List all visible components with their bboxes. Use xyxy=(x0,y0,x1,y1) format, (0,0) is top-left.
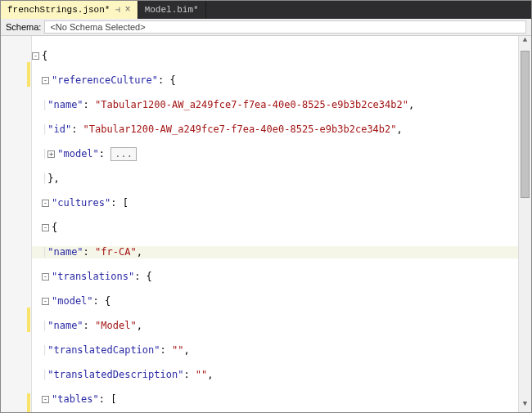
json-key: "tables" xyxy=(52,393,99,406)
schema-selector[interactable]: <No Schema Selected> xyxy=(44,20,526,34)
json-key: "name" xyxy=(47,246,83,258)
fold-icon[interactable]: - xyxy=(42,224,49,231)
schema-label: Schema: xyxy=(6,22,41,32)
json-string: "Model" xyxy=(95,320,137,332)
tab-bar: frenchStrings.json* ⊣ × Model.bim* xyxy=(1,1,531,19)
json-key: "translatedCaption" xyxy=(47,344,160,357)
pin-icon[interactable]: ⊣ xyxy=(115,5,119,15)
scroll-up-icon[interactable]: ▲ xyxy=(519,36,531,49)
json-key: "model" xyxy=(52,295,93,308)
schema-bar: Schema: <No Schema Selected> xyxy=(1,19,531,36)
collapsed-region[interactable]: ... xyxy=(110,147,137,161)
editor-area: -{ - "referenceCulture": { | "name": "Ta… xyxy=(1,36,531,413)
gutter xyxy=(1,36,32,413)
json-key: "translatedDescription" xyxy=(47,369,183,381)
fold-icon[interactable]: - xyxy=(42,396,49,403)
fold-icon[interactable]: - xyxy=(42,77,49,84)
fold-icon[interactable]: - xyxy=(42,273,49,281)
json-key: "cultures" xyxy=(52,197,110,209)
json-string: "Tabular1200-AW_a249fce7-f7ea-40e0-8525-… xyxy=(83,123,397,136)
json-key: "id" xyxy=(47,123,71,136)
json-key: "model" xyxy=(57,148,99,160)
fold-icon[interactable]: - xyxy=(42,200,49,207)
scroll-thumb[interactable] xyxy=(521,51,530,198)
change-marker xyxy=(27,393,30,413)
fold-icon[interactable]: + xyxy=(47,150,55,158)
tab-french-strings[interactable]: frenchStrings.json* ⊣ × xyxy=(1,1,138,19)
json-key: "translations" xyxy=(52,271,134,283)
change-marker xyxy=(27,62,30,87)
json-string: "fr-CA" xyxy=(95,246,137,258)
code-view[interactable]: -{ - "referenceCulture": { | "name": "Ta… xyxy=(32,36,518,413)
tab-label: Model.bim* xyxy=(145,5,199,15)
json-key: "name" xyxy=(47,99,83,111)
json-string: "Tabular1200-AW_a249fce7-f7ea-40e0-8525-… xyxy=(95,99,408,111)
vertical-scrollbar[interactable]: ▲ ▼ xyxy=(518,36,531,413)
fold-icon[interactable]: - xyxy=(32,52,39,60)
scroll-down-icon[interactable]: ▼ xyxy=(519,400,531,413)
tab-model-bim[interactable]: Model.bim* xyxy=(138,1,206,19)
json-key: "name" xyxy=(47,320,83,332)
json-string: "" xyxy=(172,344,183,357)
json-key: "referenceCulture" xyxy=(52,74,158,87)
tab-label: frenchStrings.json* xyxy=(7,5,110,15)
fold-icon[interactable]: - xyxy=(42,298,49,305)
close-icon[interactable]: × xyxy=(124,4,130,16)
json-string: "" xyxy=(196,369,207,381)
change-marker xyxy=(27,308,30,332)
